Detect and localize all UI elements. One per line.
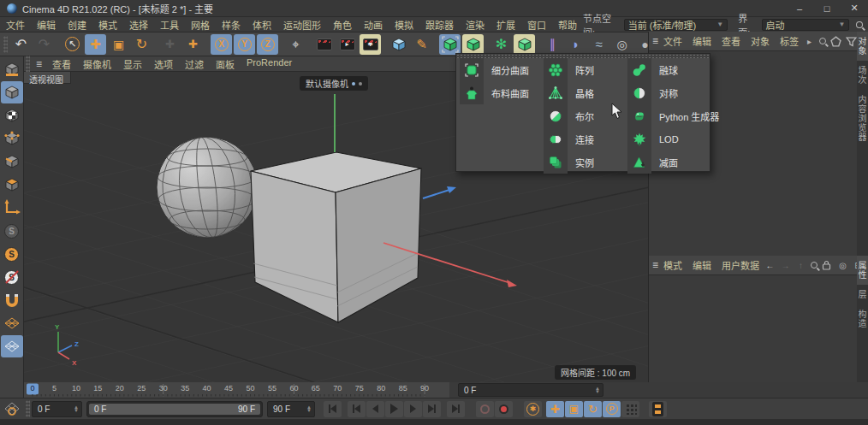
up-arrow-icon[interactable]: ↑ [795, 260, 806, 271]
timeline-button[interactable] [649, 401, 667, 417]
record-keyframe-button[interactable] [495, 401, 513, 417]
back-arrow-icon[interactable]: ← [764, 260, 776, 271]
attribute-manager-body[interactable] [649, 275, 858, 382]
move-button[interactable]: ✚ [85, 34, 106, 55]
attribute-manager-tab-构造[interactable]: 构造 [857, 304, 868, 334]
timeline-range-slider[interactable]: 0 F90 F [86, 401, 263, 417]
volume-button[interactable] [514, 34, 535, 55]
expand-arrow-icon[interactable]: ▸ [804, 36, 815, 47]
object-manager-tab-对象[interactable]: 对象 [857, 32, 868, 61]
array-menu-item[interactable]: 阵列 [544, 58, 627, 81]
hamburger-menu-icon[interactable]: ≡ [33, 58, 45, 69]
viewport-menu-显示[interactable]: 显示 [117, 57, 148, 71]
hamburger-menu-icon[interactable]: ≡ [652, 260, 658, 271]
attribute-manager-menu-模式[interactable]: 模式 [658, 258, 687, 272]
forward-arrow-icon[interactable]: → [780, 260, 791, 271]
timeline-ruler[interactable]: 051015202530354045505560657075808590 [24, 382, 449, 398]
keyframe-position-button[interactable]: ✚ [546, 401, 564, 417]
planar-workplane-button[interactable] [1, 398, 23, 420]
polygons-mode-button[interactable] [1, 174, 23, 196]
object-manager-menu-标签[interactable]: 标签 [775, 34, 804, 48]
viewport-menu-查看[interactable]: 查看 [46, 57, 77, 71]
menu-角色[interactable]: 角色 [327, 18, 358, 32]
goto-previous-frame-button[interactable] [366, 401, 384, 417]
edges-mode-button[interactable] [1, 151, 23, 173]
goto-next-frame-button[interactable] [404, 401, 422, 417]
target-icon[interactable]: ◎ [837, 260, 848, 271]
pentagon-filter-icon[interactable] [830, 36, 841, 47]
search-icon[interactable] [856, 21, 863, 28]
python-generator-menu-item[interactable]: Python 生成器 [627, 104, 715, 127]
range-track[interactable]: 0 F90 F [89, 404, 260, 415]
spline-pen-button[interactable]: ✎ [411, 34, 432, 55]
keyframe-parameter-button[interactable]: P [603, 401, 621, 417]
object-manager-tab-场次[interactable]: 场次 [857, 61, 868, 90]
y-axis-lock-button[interactable]: Y [234, 34, 255, 55]
goto-end-button[interactable] [447, 401, 465, 417]
menu-体积[interactable]: 体积 [247, 18, 277, 32]
interface-select[interactable]: 启动 ▼ [762, 19, 850, 31]
drag-handle[interactable] [26, 56, 30, 73]
menu-渲染[interactable]: 渲染 [460, 18, 490, 32]
subdivision-surface-menu-item[interactable]: 细分曲面 [460, 58, 544, 81]
menu-动画[interactable]: 动画 [358, 18, 389, 32]
drag-handle[interactable] [3, 36, 8, 53]
record-options-button[interactable] [476, 401, 494, 417]
search-icon[interactable] [819, 38, 826, 44]
cloth-surface-menu-item[interactable]: 布料曲面 [460, 81, 544, 104]
viewport-menu-选项[interactable]: 选项 [148, 57, 179, 71]
viewport-menu-过滤[interactable]: 过滤 [179, 57, 210, 71]
spline-tools-button[interactable]: ≈ [588, 34, 609, 55]
viewport-menu-ProRender[interactable]: ProRender [241, 57, 298, 71]
viewport-solo-single-button[interactable]: S [1, 243, 23, 265]
menu-文件[interactable]: 文件 [0, 18, 31, 32]
add-cube-button[interactable] [388, 34, 409, 55]
spinner-arrows-icon[interactable]: ▲▼ [304, 405, 314, 412]
hamburger-menu-icon[interactable]: ≡ [652, 36, 658, 47]
render-view-button[interactable] [313, 34, 335, 55]
rotate-button[interactable]: ↻ [131, 34, 152, 55]
node-space-select[interactable]: 当前 (标准/物理) ▼ [624, 19, 728, 31]
menu-工具[interactable]: 工具 [154, 18, 185, 32]
axis-modification-button[interactable]: ✚ [182, 34, 204, 55]
symmetry-menu-item[interactable]: 对称 [627, 81, 715, 104]
redo-button[interactable]: ↷ [33, 34, 55, 55]
keyframe-scale-button[interactable]: ▣ [565, 401, 583, 417]
keyframe-rotation-button[interactable]: ↻ [584, 401, 602, 417]
dynamics-button[interactable]: ◎ [611, 34, 633, 55]
search-icon[interactable] [811, 262, 817, 269]
menu-选择[interactable]: 选择 [123, 18, 154, 32]
undo-button[interactable]: ↶ [10, 34, 32, 55]
frame-spinner-field[interactable]: 0 F▲▼ [32, 401, 82, 417]
texture-mode-button[interactable] [1, 104, 23, 127]
spinner-arrows-icon[interactable]: ▲▼ [71, 405, 81, 412]
goto-previous-key-button[interactable] [348, 401, 366, 417]
autokeying-button[interactable]: ✱ [524, 401, 542, 417]
menu-扩展[interactable]: 扩展 [490, 18, 521, 32]
instance-menu-item[interactable]: 实例 [544, 151, 627, 174]
menu-创建[interactable]: 创建 [62, 18, 92, 32]
render-settings-button[interactable]: ✱ [360, 34, 381, 55]
points-mode-button[interactable] [1, 127, 23, 150]
play-forwards-button[interactable] [385, 401, 403, 417]
polygon-reduction-menu-item[interactable]: 减面 [627, 151, 715, 174]
mograph-button[interactable]: ✻ [490, 34, 512, 55]
menu-样条[interactable]: 样条 [216, 18, 247, 32]
menu-网格[interactable]: 网格 [185, 18, 216, 32]
menu-编辑[interactable]: 编辑 [31, 18, 62, 32]
menu-模式[interactable]: 模式 [92, 18, 123, 32]
drag-handle[interactable] [26, 400, 30, 417]
model-mode-button[interactable] [1, 81, 23, 103]
subdivision-surface-button[interactable] [439, 34, 461, 55]
camera-option-icon[interactable] [359, 82, 362, 86]
coordinate-system-button[interactable]: ⌖ [285, 34, 306, 55]
attribute-manager-menu-用户数据[interactable]: 用户数据 [716, 258, 764, 272]
connect-menu-item[interactable]: 连接 [544, 127, 627, 151]
viewport-menu-面板[interactable]: 面板 [210, 57, 241, 71]
end-frame-spinner-field[interactable]: 90 F▲▼ [267, 401, 315, 417]
keyframe-pla-button[interactable] [621, 401, 639, 417]
lod-menu-item[interactable]: LOD [627, 127, 715, 151]
enable-snap-button[interactable] [1, 289, 23, 311]
menu-帮助[interactable]: 帮助 [552, 18, 583, 32]
goto-next-key-button[interactable] [423, 401, 441, 417]
